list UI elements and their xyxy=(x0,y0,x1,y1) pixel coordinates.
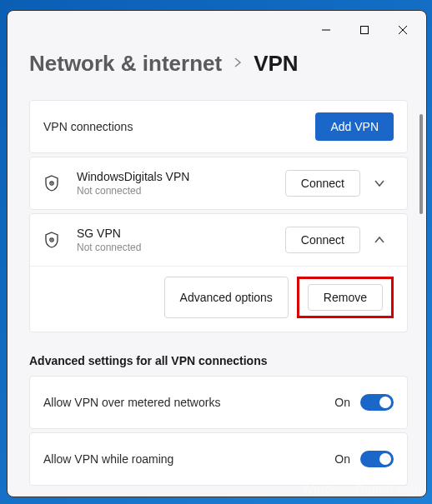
maximize-button[interactable] xyxy=(346,17,383,42)
chevron-right-icon xyxy=(234,55,242,72)
connect-button[interactable]: Connect xyxy=(285,170,360,197)
breadcrumb-parent[interactable]: Network & internet xyxy=(29,51,222,77)
setting-label: Allow VPN while roaming xyxy=(43,452,334,466)
vpn-connections-card: VPN connections Add VPN xyxy=(29,100,408,153)
collapse-button[interactable] xyxy=(365,236,394,244)
add-vpn-button[interactable]: Add VPN xyxy=(315,112,394,141)
vpn-connection-item: WindowsDigitals VPN Not connected Connec… xyxy=(29,157,408,210)
titlebar xyxy=(8,11,426,46)
setting-state: On xyxy=(334,396,350,409)
vpn-expanded-actions: Advanced options Remove xyxy=(30,266,407,332)
minimize-button[interactable] xyxy=(308,17,344,42)
remove-highlight-box: Remove xyxy=(297,277,394,318)
breadcrumb-current: VPN xyxy=(254,51,298,77)
setting-card: Allow VPN while roaming On xyxy=(29,432,408,486)
chevron-down-icon xyxy=(374,179,385,187)
scrollbar-thumb[interactable] xyxy=(419,114,423,214)
svg-point-7 xyxy=(51,239,53,241)
vpn-status: Not connected xyxy=(77,242,285,253)
toggle-switch[interactable] xyxy=(360,451,394,467)
maximize-icon xyxy=(360,26,369,34)
settings-window: Network & internet VPN VPN connections A… xyxy=(7,10,427,497)
vpn-connection-item: SG VPN Not connected Connect Advanced op… xyxy=(29,213,408,332)
connect-button[interactable]: Connect xyxy=(285,227,360,253)
shield-icon xyxy=(43,174,77,192)
close-icon xyxy=(399,26,407,34)
close-button[interactable] xyxy=(384,17,421,42)
vpn-name: WindowsDigitals VPN xyxy=(77,170,285,183)
vpn-connections-header: VPN connections Add VPN xyxy=(30,101,407,152)
setting-state: On xyxy=(334,452,350,466)
remove-button[interactable]: Remove xyxy=(308,284,383,311)
toggle-switch[interactable] xyxy=(360,394,394,411)
vpn-status: Not connected xyxy=(77,185,285,197)
vpn-connections-label: VPN connections xyxy=(43,120,315,133)
svg-rect-1 xyxy=(361,27,369,34)
setting-label: Allow VPN over metered networks xyxy=(43,396,334,409)
breadcrumb: Network & internet VPN xyxy=(29,51,408,77)
expand-button[interactable] xyxy=(365,179,394,187)
chevron-up-icon xyxy=(374,236,385,244)
advanced-options-button[interactable]: Advanced options xyxy=(164,277,289,318)
content-area: Network & internet VPN VPN connections A… xyxy=(8,46,426,497)
minimize-icon xyxy=(322,26,330,34)
shield-icon xyxy=(43,231,77,249)
advanced-settings-title: Advanced settings for all VPN connection… xyxy=(29,354,408,367)
scrollbar[interactable] xyxy=(419,114,423,480)
vpn-name: SG VPN xyxy=(77,227,285,240)
setting-card: Allow VPN over metered networks On xyxy=(29,376,408,429)
svg-point-5 xyxy=(51,182,53,184)
